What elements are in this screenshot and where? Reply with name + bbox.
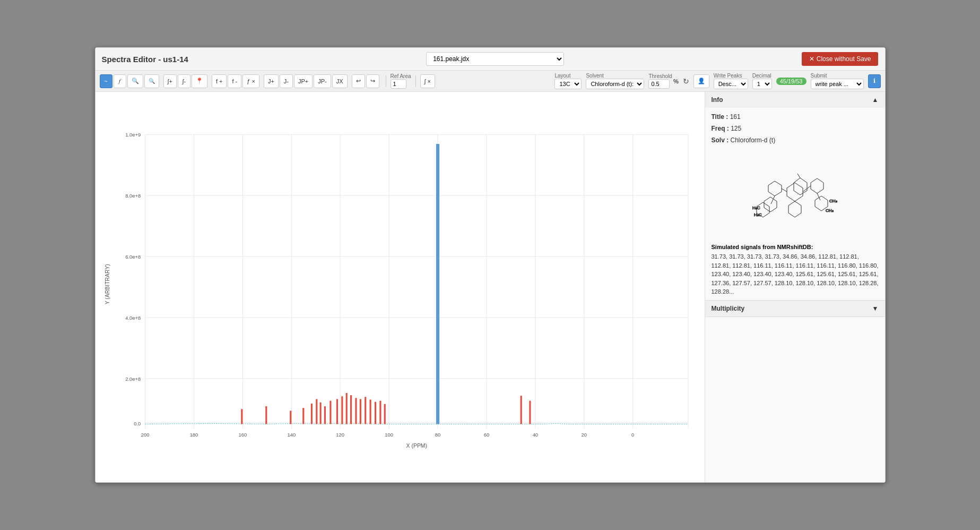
f-integral-button[interactable]: ∫ × [420,74,436,88]
svg-text:40: 40 [532,432,537,438]
file-selector[interactable]: 161.peak.jdx [426,52,564,66]
tool-group-f: f + f - ƒ × [212,74,259,88]
svg-text:20: 20 [581,432,586,438]
svg-rect-41 [310,404,312,424]
layout-label: Layout [554,73,582,79]
info-content: Title : 161 Freq : 125 Solv : Chloroform… [705,108,885,300]
svg-text:80: 80 [435,432,440,438]
pin-button[interactable]: 📍 [192,74,207,88]
file-select-wrapper: 161.peak.jdx [426,52,564,66]
submit-select[interactable]: write peak ... [811,79,864,89]
ref-area-input[interactable] [391,79,406,89]
write-peaks-group: Write Peaks Desc... [714,73,748,89]
title-label: Title : [712,113,730,121]
svg-text:0.0: 0.0 [134,421,141,426]
svg-rect-42 [316,399,317,424]
integrate-minus-button[interactable]: ∫- [178,74,190,88]
svg-text:H₃C: H₃C [752,206,760,210]
toolbar: ~ 𝑓 🔍 🔍 ∫+ ∫- 📍 f + f - ƒ × J+ J- JP+ JP… [96,71,885,92]
svg-rect-57 [520,396,522,424]
user-button[interactable]: 👤 [693,74,709,88]
refresh-button[interactable]: ↻ [683,77,689,86]
svg-text:160: 160 [238,432,247,438]
svg-rect-56 [384,404,385,424]
main-peak [436,144,439,424]
submit-label: Submit [811,73,864,79]
layout-group: Layout 13C [554,73,582,89]
svg-marker-61 [768,181,782,196]
svg-text:60: 60 [483,432,489,438]
toolbar-right: Layout 13C Solvent Chloroform-d (t): 7..… [554,73,880,89]
solvent-select[interactable]: Chloroform-d (t): 7... [586,79,644,89]
svg-text:100: 100 [385,432,393,438]
zoom-in-button[interactable]: 🔍 [127,74,143,88]
f-x-button[interactable]: ƒ × [242,74,259,88]
nmr-signals-section: Simulated signals from NMRshiftDB: 31.73… [712,244,879,295]
tool-group-history: ↩ ↪ [352,74,379,88]
svg-text:200: 200 [141,432,149,438]
ref-area-label: Ref Area [391,73,411,79]
svg-rect-52 [365,397,366,424]
svg-rect-58 [529,401,531,424]
write-peaks-label: Write Peaks [714,73,748,79]
decimal-select[interactable]: 1 [752,79,772,89]
title-value: 161 [730,113,741,121]
peak-button[interactable]: 𝑓 [114,74,126,88]
write-peaks-select[interactable]: Desc... [714,79,748,89]
jp-plus-button[interactable]: JP+ [294,74,313,88]
f-minus-button[interactable]: f - [228,74,241,88]
svg-rect-44 [324,406,325,424]
undo-button[interactable]: ↩ [352,74,365,88]
tool-group-main: ~ 𝑓 🔍 🔍 [100,74,159,88]
j-plus-button[interactable]: J+ [264,74,279,88]
svg-text:4.0e+8: 4.0e+8 [125,315,141,321]
freq-row: Freq : 125 [712,125,879,132]
molecule-svg: CH₃ CH₃ H₃C H₃C [736,153,853,238]
svg-text:2.0e+8: 2.0e+8 [125,376,141,382]
ref-area-group: Ref Area [391,73,411,89]
info-section-header[interactable]: Info ▲ [705,92,885,108]
svg-rect-50 [355,398,357,424]
main-window: Spectra Editor - us1-14 161.peak.jdx ✕ C… [95,47,886,483]
sep1 [386,75,386,87]
svg-text:140: 140 [287,432,296,438]
layout-select[interactable]: 13C [554,79,582,89]
zoom-out-button[interactable]: 🔍 [144,74,159,88]
jp-minus-button[interactable]: JP- [314,74,331,88]
molecule-image: CH₃ CH₃ H₃C H₃C [712,148,879,244]
tool-group-integrate: ∫+ ∫- 📍 [163,74,207,88]
svg-text:CH₃: CH₃ [829,199,837,203]
threshold-input[interactable] [648,79,670,89]
nmr-signals-text: 31.73, 31.73, 31.73, 31.73, 34.86, 34.86… [712,252,879,295]
jx-button[interactable]: JX [332,74,348,88]
j-minus-button[interactable]: J- [280,74,293,88]
freq-label: Freq : [712,125,731,132]
sidebar: Info ▲ Title : 161 Freq : 125 Solv : Chl… [705,92,885,482]
autoscale-button[interactable]: ~ [100,74,112,88]
integrate-plus-button[interactable]: ∫+ [163,74,177,88]
svg-text:1.0e+9: 1.0e+9 [125,132,141,138]
svg-text:0: 0 [631,432,634,438]
close-without-save-button[interactable]: ✕ Close without Save [802,52,878,66]
svg-marker-74 [788,201,801,217]
svg-rect-47 [341,396,343,424]
freq-value: 125 [731,125,741,132]
chart-area[interactable]: 1.0e+9 8.0e+8 6.0e+8 4.0e+8 2.0e+8 0.0 2… [96,92,705,482]
spectra-chart[interactable]: 1.0e+9 8.0e+8 6.0e+8 4.0e+8 2.0e+8 0.0 2… [101,97,699,477]
svg-rect-55 [379,401,381,424]
submit-info-button[interactable]: ℹ [868,74,881,88]
decimal-group: Decimal 1 [752,73,772,89]
solv-label: Solv : [712,136,731,144]
svg-text:H₃C: H₃C [754,212,762,217]
svg-marker-62 [811,178,823,193]
svg-line-63 [771,196,775,204]
multiplicity-section-header[interactable]: Multiplicity ▼ [705,301,885,317]
svg-rect-37 [241,409,242,424]
window-title: Spectra Editor - us1-14 [102,55,188,64]
multiplicity-label: Multiplicity [712,305,745,312]
redo-button[interactable]: ↪ [366,74,379,88]
svg-rect-38 [265,406,267,424]
content-area: 1.0e+9 8.0e+8 6.0e+8 4.0e+8 2.0e+8 0.0 2… [96,92,885,482]
svg-text:CH₃: CH₃ [826,208,834,213]
f-plus-button[interactable]: f + [212,74,227,88]
